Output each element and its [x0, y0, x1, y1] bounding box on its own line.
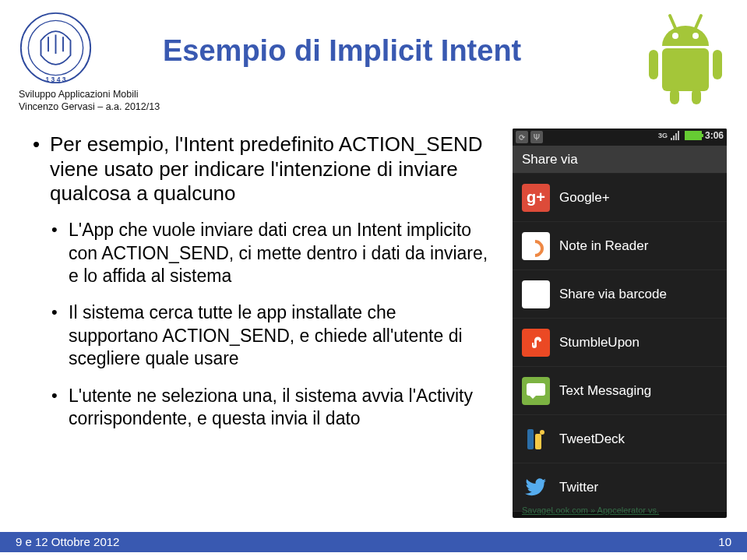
- tweetdeck-icon: [522, 425, 550, 453]
- course-author: Vincenzo Gervasi – a.a. 2012/13: [19, 101, 160, 114]
- phone-screenshot: ⟳ Ψ 3G 3:06 Share via g+ Google+ Note in…: [513, 129, 727, 518]
- svg-line-9: [696, 16, 701, 28]
- footer-date: 9 e 12 Ottobre 2012: [16, 532, 119, 552]
- share-item-tweetdeck[interactable]: TweetDeck: [513, 415, 727, 463]
- sub-bullet: Il sistema cerca tutte le app installate…: [50, 301, 491, 370]
- gplus-icon: g+: [522, 184, 550, 212]
- background-link: SavageLook.com » Appcelerator vs.: [522, 505, 659, 515]
- svg-rect-14: [535, 434, 541, 449]
- sub-bullet: L'App che vuole inviare dati crea un Int…: [50, 219, 491, 287]
- svg-text:1 3 4 3: 1 3 4 3: [45, 76, 65, 83]
- svg-rect-6: [670, 89, 679, 104]
- university-seal-icon: 1 3 4 3: [19, 11, 93, 85]
- bullet-main-text: Per esempio, l'Intent predefinito ACTION…: [50, 132, 483, 205]
- status-bar: ⟳ Ψ 3G 3:06: [513, 129, 727, 146]
- share-item-label: TweetDeck: [559, 431, 625, 447]
- share-item-label: Google+: [559, 190, 610, 206]
- share-list: g+ Google+ Note in Reader Share via barc…: [513, 174, 727, 512]
- status-usb-icon: Ψ: [530, 131, 543, 143]
- share-item-reader[interactable]: Note in Reader: [513, 222, 727, 270]
- slide-footer: 9 e 12 Ottobre 2012 10: [0, 532, 747, 552]
- share-item-label: Twitter: [559, 480, 598, 495]
- share-item-stumbleupon[interactable]: StumbleUpon: [513, 319, 727, 367]
- sub-bullet: L'utente ne seleziona una, il sistema av…: [50, 385, 491, 431]
- footer-page: 10: [718, 532, 731, 552]
- barcode-icon: [522, 280, 550, 308]
- svg-rect-13: [527, 429, 534, 449]
- share-item-label: Note in Reader: [559, 238, 648, 254]
- share-item-twitter[interactable]: Twitter: [513, 463, 727, 512]
- svg-rect-5: [713, 50, 722, 79]
- share-dialog-title: Share via: [513, 146, 727, 174]
- battery-icon: [685, 131, 702, 140]
- slide-title: Esempio di Implicit Intent: [163, 34, 521, 68]
- twitter-icon: [522, 474, 550, 502]
- svg-rect-4: [649, 50, 658, 79]
- reader-icon: [522, 232, 550, 260]
- network-3g-icon: 3G: [658, 132, 668, 139]
- signal-bars-icon: [671, 131, 682, 140]
- svg-rect-7: [692, 89, 701, 104]
- slide-header: 1 3 4 3 Sviluppo Applicazioni Mobili Vin…: [19, 11, 728, 104]
- sms-icon: [522, 377, 550, 405]
- svg-point-11: [692, 33, 699, 39]
- status-sync-icon: ⟳: [516, 131, 528, 143]
- svg-line-8: [670, 16, 675, 28]
- slide: 1 3 4 3 Sviluppo Applicazioni Mobili Vin…: [0, 0, 747, 560]
- share-item-sms[interactable]: Text Messaging: [513, 367, 727, 415]
- share-item-googleplus[interactable]: g+ Google+: [513, 174, 727, 222]
- share-item-label: Text Messaging: [559, 383, 651, 399]
- svg-rect-3: [662, 48, 709, 91]
- stumbleupon-icon: [522, 329, 550, 357]
- slide-body: Per esempio, l'Intent predefinito ACTION…: [31, 132, 491, 445]
- status-clock: 3:06: [705, 130, 724, 141]
- share-item-barcode[interactable]: Share via barcode: [513, 270, 727, 319]
- svg-point-15: [540, 430, 544, 435]
- share-item-label: Share via barcode: [559, 287, 667, 302]
- course-meta: Sviluppo Applicazioni Mobili Vincenzo Ge…: [19, 89, 160, 113]
- svg-point-10: [672, 33, 678, 39]
- bullet-main: Per esempio, l'Intent predefinito ACTION…: [31, 132, 491, 431]
- course-title: Sviluppo Applicazioni Mobili: [19, 89, 160, 101]
- share-item-label: StumbleUpon: [559, 335, 640, 350]
- android-logo-icon: [643, 11, 728, 104]
